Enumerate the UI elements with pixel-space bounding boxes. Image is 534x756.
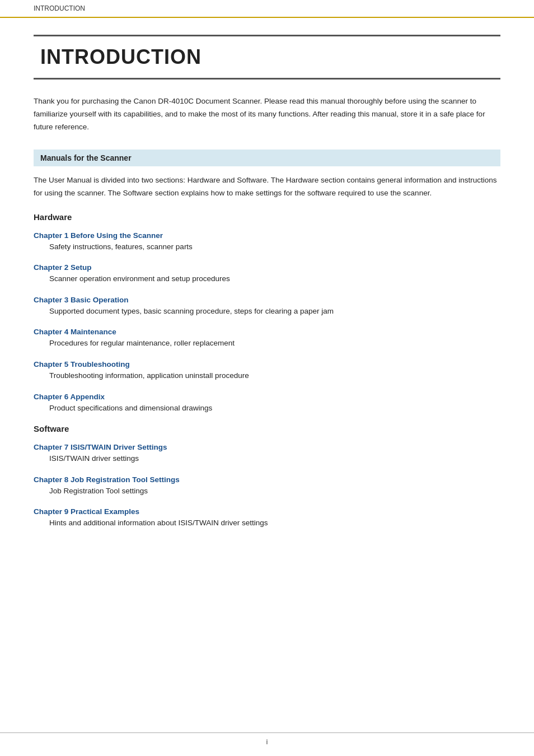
chapter-entry: Chapter 5 Troubleshooting Troubleshootin…: [34, 360, 500, 382]
hardware-section-title: Hardware: [34, 212, 500, 222]
chapter-7-desc: ISIS/TWAIN driver settings: [34, 452, 500, 465]
chapter-1-desc: Safety instructions, features, scanner p…: [34, 241, 500, 253]
footer: i: [0, 732, 534, 746]
breadcrumb: INTRODUCTION: [0, 0, 534, 18]
chapter-entry: Chapter 8 Job Registration Tool Settings…: [34, 475, 500, 497]
chapter-entry: Chapter 4 Maintenance Procedures for reg…: [34, 327, 500, 349]
chapter-4-link[interactable]: Chapter 4 Maintenance: [34, 328, 116, 336]
chapter-1-link[interactable]: Chapter 1 Before Using the Scanner: [34, 231, 163, 240]
software-section-title: Software: [34, 424, 500, 433]
hardware-chapters: Chapter 1 Before Using the Scanner Safet…: [34, 231, 500, 414]
breadcrumb-text: INTRODUCTION: [34, 4, 85, 12]
chapter-entry: Chapter 2 Setup Scanner operation enviro…: [34, 263, 500, 285]
manuals-section-header: Manuals for the Scanner: [34, 150, 500, 166]
chapter-entry: Chapter 6 Appendix Product specification…: [34, 392, 500, 414]
chapter-3-link[interactable]: Chapter 3 Basic Operation: [34, 296, 129, 304]
intro-paragraph: Thank you for purchasing the Canon DR-40…: [34, 95, 500, 134]
chapter-3-desc: Supported document types, basic scanning…: [34, 305, 500, 318]
chapter-2-link[interactable]: Chapter 2 Setup: [34, 263, 92, 272]
chapter-6-link[interactable]: Chapter 6 Appendix: [34, 393, 105, 401]
chapter-entry: Chapter 7 ISIS/TWAIN Driver Settings ISI…: [34, 442, 500, 465]
chapter-7-link[interactable]: Chapter 7 ISIS/TWAIN Driver Settings: [34, 443, 167, 451]
chapter-6-desc: Product specifications and dimensional d…: [34, 402, 500, 414]
chapter-8-link[interactable]: Chapter 8 Job Registration Tool Settings: [34, 475, 180, 484]
page-title: INTRODUCTION: [40, 45, 202, 68]
chapter-entry: Chapter 3 Basic Operation Supported docu…: [34, 295, 500, 318]
chapter-8-desc: Job Registration Tool settings: [34, 485, 500, 497]
chapter-5-desc: Troubleshooting information, application…: [34, 370, 500, 382]
software-chapters: Chapter 7 ISIS/TWAIN Driver Settings ISI…: [34, 442, 500, 529]
chapter-9-link[interactable]: Chapter 9 Practical Examples: [34, 507, 139, 516]
chapter-entry: Chapter 1 Before Using the Scanner Safet…: [34, 231, 500, 253]
page-wrapper: INTRODUCTION INTRODUCTION Thank you for …: [0, 0, 534, 756]
page-number: i: [266, 738, 268, 746]
chapter-5-link[interactable]: Chapter 5 Troubleshooting: [34, 360, 130, 368]
chapter-entry: Chapter 9 Practical Examples Hints and a…: [34, 507, 500, 529]
main-content: INTRODUCTION Thank you for purchasing th…: [0, 18, 534, 573]
chapter-2-desc: Scanner operation environment and setup …: [34, 273, 500, 285]
title-section: INTRODUCTION: [34, 35, 500, 80]
manuals-section-text: The User Manual is divided into two sect…: [34, 174, 500, 200]
chapter-9-desc: Hints and additional information about I…: [34, 517, 500, 529]
chapter-4-desc: Procedures for regular maintenance, roll…: [34, 337, 500, 349]
